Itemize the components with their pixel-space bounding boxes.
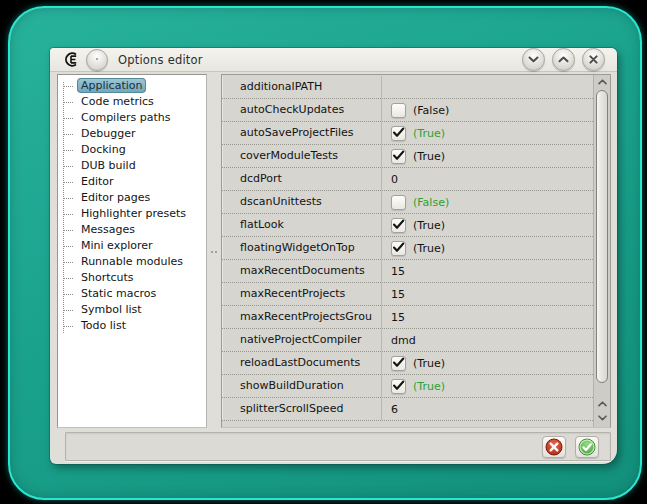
checkbox[interactable] bbox=[391, 149, 406, 164]
sidebar-item-static-macros[interactable]: Static macros bbox=[58, 286, 206, 302]
sidebar-item-application[interactable]: Application bbox=[58, 78, 206, 94]
checkbox[interactable] bbox=[391, 103, 406, 118]
sidebar-item-shortcuts[interactable]: Shortcuts bbox=[58, 270, 206, 286]
property-row-showBuildDuration[interactable]: showBuildDuration (True) bbox=[222, 375, 593, 398]
property-row-maxRecentProjectsGrou[interactable]: maxRecentProjectsGrou 15 bbox=[222, 306, 593, 329]
property-value: (True) bbox=[413, 123, 445, 144]
scrollbar-bottom-buttons bbox=[594, 397, 610, 425]
chevron-down-icon bbox=[598, 415, 607, 421]
property-row-autoSaveProjectFiles[interactable]: autoSaveProjectFiles (True) bbox=[222, 122, 593, 145]
sidebar-item-label: Todo list bbox=[78, 319, 129, 332]
check-icon bbox=[392, 127, 405, 138]
sidebar-item-debugger[interactable]: Debugger bbox=[58, 126, 206, 142]
property-value-cell: (True) bbox=[382, 375, 593, 397]
close-icon bbox=[589, 55, 598, 64]
maximize-button[interactable] bbox=[552, 48, 575, 71]
property-row-autoCheckUpdates[interactable]: autoCheckUpdates (False) bbox=[222, 99, 593, 122]
checkbox[interactable] bbox=[391, 195, 406, 210]
property-value: 15 bbox=[391, 307, 405, 328]
sidebar-item-label: DUB build bbox=[78, 159, 139, 172]
chevron-down-icon bbox=[528, 56, 539, 63]
checkbox[interactable] bbox=[391, 356, 406, 371]
sidebar-item-code-metrics[interactable]: Code metrics bbox=[58, 94, 206, 110]
property-name: dscanUnittests bbox=[222, 191, 382, 213]
sidebar-item-compilers-paths[interactable]: Compilers paths bbox=[58, 110, 206, 126]
chevron-up-icon bbox=[598, 401, 607, 407]
sidebar-item-label: Application bbox=[77, 78, 146, 93]
check-icon bbox=[392, 357, 405, 368]
sidebar-item-highlighter-presets[interactable]: Highlighter presets bbox=[58, 206, 206, 222]
property-row-dcdPort[interactable]: dcdPort 0 bbox=[222, 168, 593, 191]
footer-bar bbox=[65, 432, 611, 461]
property-name: additionalPATH bbox=[222, 76, 382, 98]
property-value-cell: (True) bbox=[382, 145, 593, 167]
sidebar-item-label: Highlighter presets bbox=[78, 207, 189, 220]
property-name: showBuildDuration bbox=[222, 375, 382, 397]
sidebar-item-symbol-list[interactable]: Symbol list bbox=[58, 302, 206, 318]
scrollbar-up-button[interactable] bbox=[594, 75, 610, 89]
property-row-reloadLastDocuments[interactable]: reloadLastDocuments (True) bbox=[222, 352, 593, 375]
checkbox[interactable] bbox=[391, 126, 406, 141]
sidebar-item-docking[interactable]: Docking bbox=[58, 142, 206, 158]
property-value: 0 bbox=[391, 169, 398, 190]
property-value: (True) bbox=[413, 238, 445, 259]
check-icon bbox=[392, 242, 405, 253]
sidebar-item-mini-explorer[interactable]: Mini explorer bbox=[58, 238, 206, 254]
property-name: autoSaveProjectFiles bbox=[222, 122, 382, 144]
checkbox[interactable] bbox=[391, 241, 406, 256]
sidebar-item-label: Runnable modules bbox=[78, 255, 186, 268]
property-row-dscanUnittests[interactable]: dscanUnittests (False) bbox=[222, 191, 593, 214]
property-row-flatLook[interactable]: flatLook (True) bbox=[222, 214, 593, 237]
property-value-cell: (False) bbox=[382, 191, 593, 213]
cancel-button[interactable] bbox=[542, 436, 566, 458]
property-value-cell: (False) bbox=[382, 99, 593, 121]
property-value-cell: 0 bbox=[382, 168, 593, 190]
property-value-cell: (True) bbox=[382, 122, 593, 144]
checkbox[interactable] bbox=[391, 379, 406, 394]
property-value-cell: dmd bbox=[382, 329, 593, 351]
property-name: splitterScrollSpeed bbox=[222, 398, 382, 420]
scrollbar-down-button[interactable] bbox=[594, 411, 610, 425]
options-editor-dialog: Options editor Application Code metrics … bbox=[50, 48, 617, 464]
splitter-grip[interactable] bbox=[210, 249, 218, 255]
sidebar-item-label: Messages bbox=[78, 223, 138, 236]
property-value: 6 bbox=[391, 399, 398, 420]
coedit-logo-icon bbox=[63, 52, 81, 67]
grid-vscrollbar[interactable] bbox=[593, 75, 610, 427]
titlebar[interactable]: Options editor bbox=[50, 48, 617, 72]
property-row-maxRecentDocuments[interactable]: maxRecentDocuments 15 bbox=[222, 260, 593, 283]
chevron-up-icon bbox=[558, 56, 569, 63]
sidebar-item-label: Shortcuts bbox=[78, 271, 137, 284]
property-row-floatingWidgetOnTop[interactable]: floatingWidgetOnTop (True) bbox=[222, 237, 593, 260]
check-icon bbox=[392, 380, 405, 391]
checkbox[interactable] bbox=[391, 218, 406, 233]
close-button[interactable] bbox=[582, 48, 605, 71]
property-value-cell: (True) bbox=[382, 214, 593, 236]
property-value: (True) bbox=[413, 376, 445, 397]
sidebar-item-editor-pages[interactable]: Editor pages bbox=[58, 190, 206, 206]
sidebar-item-label: Compilers paths bbox=[78, 111, 173, 124]
sidebar-item-editor[interactable]: Editor bbox=[58, 174, 206, 190]
property-row-coverModuleTests[interactable]: coverModuleTests (True) bbox=[222, 145, 593, 168]
accept-button[interactable] bbox=[575, 436, 599, 458]
property-value: dmd bbox=[391, 330, 416, 351]
property-value: (True) bbox=[413, 353, 445, 374]
scrollbar-up-button-2[interactable] bbox=[594, 397, 610, 411]
sidebar-item-label: Docking bbox=[78, 143, 129, 156]
shade-button[interactable] bbox=[522, 48, 545, 71]
scrollbar-thumb[interactable] bbox=[596, 90, 608, 383]
property-row-maxRecentProjects[interactable]: maxRecentProjects 15 bbox=[222, 283, 593, 306]
property-row-additionalPATH[interactable]: additionalPATH bbox=[222, 76, 593, 99]
sidebar-item-label: Debugger bbox=[78, 127, 138, 140]
property-name: maxRecentProjects bbox=[222, 283, 382, 305]
window-menu-button[interactable] bbox=[86, 49, 108, 71]
property-value: 15 bbox=[391, 261, 405, 282]
cancel-icon bbox=[545, 438, 563, 456]
property-value-cell bbox=[382, 76, 593, 98]
sidebar-item-messages[interactable]: Messages bbox=[58, 222, 206, 238]
sidebar-item-runnable-modules[interactable]: Runnable modules bbox=[58, 254, 206, 270]
sidebar-item-todo-list[interactable]: Todo list bbox=[58, 318, 206, 334]
property-row-nativeProjectCompiler[interactable]: nativeProjectCompiler dmd bbox=[222, 329, 593, 352]
property-row-splitterScrollSpeed[interactable]: splitterScrollSpeed 6 bbox=[222, 398, 593, 421]
sidebar-item-dub-build[interactable]: DUB build bbox=[58, 158, 206, 174]
